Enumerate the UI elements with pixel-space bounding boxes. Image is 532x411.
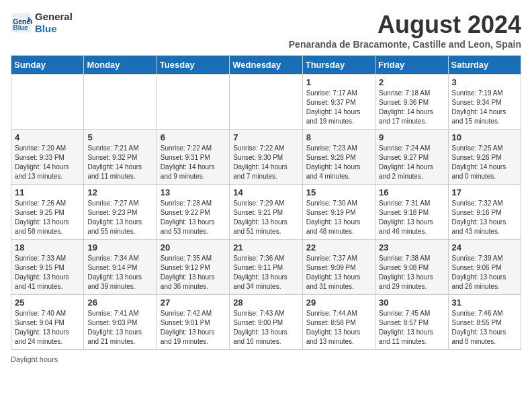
day-number: 19 [87, 242, 152, 253]
day-number: 4 [15, 132, 80, 142]
day-number: 16 [379, 187, 444, 197]
calendar-cell: 26Sunrise: 7:41 AM Sunset: 9:03 PM Dayli… [84, 295, 157, 350]
week-row-4: 18Sunrise: 7:33 AM Sunset: 9:15 PM Dayli… [11, 240, 521, 295]
day-info: Sunrise: 7:36 AM Sunset: 9:11 PM Dayligh… [233, 254, 298, 291]
calendar-footer: Daylight hours [11, 355, 521, 363]
calendar-cell: 30Sunrise: 7:45 AM Sunset: 8:57 PM Dayli… [375, 295, 448, 350]
day-header-wednesday: Wednesday [230, 56, 302, 75]
calendar-cell: 12Sunrise: 7:27 AM Sunset: 9:23 PM Dayli… [84, 185, 157, 240]
day-header-tuesday: Tuesday [157, 56, 229, 75]
calendar-cell [11, 75, 84, 130]
calendar-cell: 19Sunrise: 7:34 AM Sunset: 9:14 PM Dayli… [84, 240, 157, 295]
day-info: Sunrise: 7:37 AM Sunset: 9:09 PM Dayligh… [306, 254, 371, 291]
calendar-cell: 27Sunrise: 7:42 AM Sunset: 9:01 PM Dayli… [157, 295, 229, 350]
page-container: General Blue General Blue August 2024 Pe… [11, 11, 521, 363]
day-info: Sunrise: 7:31 AM Sunset: 9:18 PM Dayligh… [379, 199, 444, 236]
day-info: Sunrise: 7:40 AM Sunset: 9:04 PM Dayligh… [15, 309, 80, 347]
calendar-cell: 23Sunrise: 7:38 AM Sunset: 9:08 PM Dayli… [375, 240, 448, 295]
day-number: 5 [87, 132, 152, 142]
calendar-cell: 15Sunrise: 7:30 AM Sunset: 9:19 PM Dayli… [302, 185, 375, 240]
calendar-cell [157, 75, 229, 130]
day-number: 20 [161, 242, 226, 253]
day-number: 26 [87, 298, 152, 308]
calendar-cell: 18Sunrise: 7:33 AM Sunset: 9:15 PM Dayli… [11, 240, 84, 295]
day-info: Sunrise: 7:33 AM Sunset: 9:15 PM Dayligh… [15, 254, 80, 291]
calendar-cell: 24Sunrise: 7:39 AM Sunset: 9:06 PM Dayli… [448, 240, 521, 295]
day-info: Sunrise: 7:23 AM Sunset: 9:28 PM Dayligh… [306, 144, 371, 181]
calendar-cell: 6Sunrise: 7:22 AM Sunset: 9:31 PM Daylig… [157, 130, 229, 185]
day-info: Sunrise: 7:28 AM Sunset: 9:22 PM Dayligh… [161, 199, 226, 236]
calendar-cell: 22Sunrise: 7:37 AM Sunset: 9:09 PM Dayli… [302, 240, 375, 295]
day-header-monday: Monday [84, 56, 157, 75]
week-row-3: 11Sunrise: 7:26 AM Sunset: 9:25 PM Dayli… [11, 185, 521, 240]
day-number: 31 [452, 298, 517, 308]
day-info: Sunrise: 7:44 AM Sunset: 8:58 PM Dayligh… [306, 309, 371, 347]
day-header-sunday: Sunday [11, 56, 84, 75]
day-number: 27 [161, 298, 226, 308]
day-info: Sunrise: 7:25 AM Sunset: 9:26 PM Dayligh… [452, 144, 517, 181]
day-info: Sunrise: 7:46 AM Sunset: 8:55 PM Dayligh… [452, 309, 517, 347]
calendar-cell: 11Sunrise: 7:26 AM Sunset: 9:25 PM Dayli… [11, 185, 84, 240]
day-number: 3 [452, 77, 517, 87]
day-number: 12 [87, 187, 152, 197]
day-info: Sunrise: 7:22 AM Sunset: 9:31 PM Dayligh… [161, 144, 226, 181]
calendar-cell: 29Sunrise: 7:44 AM Sunset: 8:58 PM Dayli… [302, 295, 375, 350]
day-info: Sunrise: 7:27 AM Sunset: 9:23 PM Dayligh… [87, 199, 152, 236]
title-area: August 2024 Penaranda de Bracamonte, Cas… [289, 11, 521, 50]
day-info: Sunrise: 7:18 AM Sunset: 9:36 PM Dayligh… [379, 89, 444, 126]
day-number: 8 [306, 132, 371, 142]
day-number: 25 [15, 298, 80, 308]
svg-text:Blue: Blue [13, 24, 28, 32]
calendar-cell: 28Sunrise: 7:43 AM Sunset: 9:00 PM Dayli… [230, 295, 302, 350]
calendar-cell: 13Sunrise: 7:28 AM Sunset: 9:22 PM Dayli… [157, 185, 229, 240]
logo: General Blue General Blue [11, 11, 73, 35]
calendar-cell: 10Sunrise: 7:25 AM Sunset: 9:26 PM Dayli… [448, 130, 521, 185]
day-info: Sunrise: 7:35 AM Sunset: 9:12 PM Dayligh… [161, 254, 226, 291]
calendar-cell: 7Sunrise: 7:22 AM Sunset: 9:30 PM Daylig… [230, 130, 302, 185]
day-info: Sunrise: 7:26 AM Sunset: 9:25 PM Dayligh… [15, 199, 80, 236]
calendar-cell: 17Sunrise: 7:32 AM Sunset: 9:16 PM Dayli… [448, 185, 521, 240]
location-subtitle: Penaranda de Bracamonte, Castille and Le… [289, 39, 521, 50]
calendar-cell: 31Sunrise: 7:46 AM Sunset: 8:55 PM Dayli… [448, 295, 521, 350]
day-info: Sunrise: 7:34 AM Sunset: 9:14 PM Dayligh… [87, 254, 152, 291]
day-info: Sunrise: 7:32 AM Sunset: 9:16 PM Dayligh… [452, 199, 517, 236]
day-info: Sunrise: 7:42 AM Sunset: 9:01 PM Dayligh… [161, 309, 226, 347]
day-info: Sunrise: 7:20 AM Sunset: 9:33 PM Dayligh… [15, 144, 80, 181]
day-number: 17 [452, 187, 517, 197]
day-number: 28 [233, 298, 298, 308]
day-info: Sunrise: 7:43 AM Sunset: 9:00 PM Dayligh… [233, 309, 298, 347]
day-number: 6 [161, 132, 226, 142]
day-info: Sunrise: 7:39 AM Sunset: 9:06 PM Dayligh… [452, 254, 517, 291]
day-info: Sunrise: 7:24 AM Sunset: 9:27 PM Dayligh… [379, 144, 444, 181]
day-number: 29 [306, 298, 371, 308]
day-header-saturday: Saturday [448, 56, 521, 75]
day-info: Sunrise: 7:21 AM Sunset: 9:32 PM Dayligh… [87, 144, 152, 181]
day-number: 22 [306, 242, 371, 253]
calendar-cell: 3Sunrise: 7:19 AM Sunset: 9:34 PM Daylig… [448, 75, 521, 130]
day-info: Sunrise: 7:22 AM Sunset: 9:30 PM Dayligh… [233, 144, 298, 181]
day-info: Sunrise: 7:38 AM Sunset: 9:08 PM Dayligh… [379, 254, 444, 291]
calendar-cell: 25Sunrise: 7:40 AM Sunset: 9:04 PM Dayli… [11, 295, 84, 350]
calendar-cell: 5Sunrise: 7:21 AM Sunset: 9:32 PM Daylig… [84, 130, 157, 185]
month-title: August 2024 [289, 11, 521, 39]
calendar-cell: 8Sunrise: 7:23 AM Sunset: 9:28 PM Daylig… [302, 130, 375, 185]
day-header-thursday: Thursday [302, 56, 375, 75]
day-number: 13 [161, 187, 226, 197]
logo-icon: General Blue [11, 12, 32, 34]
day-number: 11 [15, 187, 80, 197]
calendar-cell [230, 75, 302, 130]
week-row-2: 4Sunrise: 7:20 AM Sunset: 9:33 PM Daylig… [11, 130, 521, 185]
day-info: Sunrise: 7:17 AM Sunset: 9:37 PM Dayligh… [306, 89, 371, 126]
calendar-cell: 4Sunrise: 7:20 AM Sunset: 9:33 PM Daylig… [11, 130, 84, 185]
day-number: 10 [452, 132, 517, 142]
calendar-cell: 20Sunrise: 7:35 AM Sunset: 9:12 PM Dayli… [157, 240, 229, 295]
day-number: 23 [379, 242, 444, 253]
day-number: 7 [233, 132, 298, 142]
calendar-cell: 14Sunrise: 7:29 AM Sunset: 9:21 PM Dayli… [230, 185, 302, 240]
day-info: Sunrise: 7:29 AM Sunset: 9:21 PM Dayligh… [233, 199, 298, 236]
calendar-cell: 9Sunrise: 7:24 AM Sunset: 9:27 PM Daylig… [375, 130, 448, 185]
day-number: 30 [379, 298, 444, 308]
calendar-table: SundayMondayTuesdayWednesdayThursdayFrid… [11, 55, 521, 350]
day-number: 2 [379, 77, 444, 87]
calendar-cell: 2Sunrise: 7:18 AM Sunset: 9:36 PM Daylig… [375, 75, 448, 130]
